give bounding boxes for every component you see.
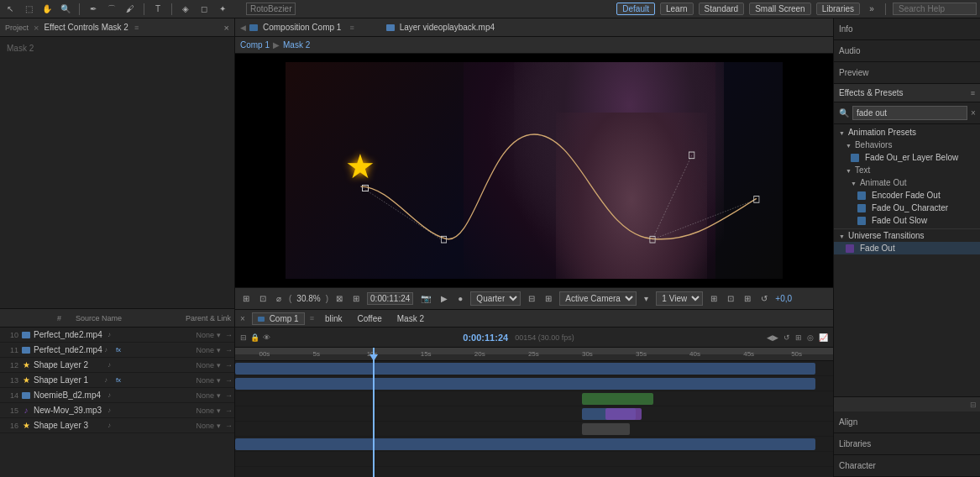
workspace-smallscreen[interactable]: Small Screen (749, 3, 810, 15)
text-folder[interactable]: Text (834, 164, 980, 176)
playhead-tip (369, 354, 378, 361)
track-area[interactable]: 00s 5s 10s 15s 20s 25s 30s 35s 40s 45s 5… (235, 348, 833, 477)
loop-btn[interactable]: ↺ (783, 333, 790, 342)
region-btn[interactable]: ⊞ (542, 294, 554, 303)
playhead[interactable] (373, 348, 375, 477)
toggle-safe-btn[interactable]: ⊡ (257, 294, 269, 303)
table-row[interactable]: 13 ★ Shape Layer 1 ♪ fx None ▾ → (0, 373, 234, 388)
fade-outer-layer-item[interactable]: Fade Ou_er Layer Below (834, 151, 980, 164)
preset-icon-4 (857, 217, 866, 225)
parent-arrow-15: → (225, 406, 233, 415)
character-title[interactable]: Character (839, 459, 975, 473)
effect-controls-content: Mask 2 (0, 37, 234, 308)
timeline-body: 00s 5s 10s 15s 20s 25s 30s 35s 40s 45s 5… (235, 348, 833, 477)
workspace-default[interactable]: Default (616, 3, 655, 15)
animate-out-folder[interactable]: Animate Out (834, 176, 980, 189)
chart-btn[interactable]: 📈 (819, 333, 828, 342)
encoder-fade-out-item[interactable]: Encoder Fade Out (834, 189, 980, 202)
breadcrumb-comp1[interactable]: Comp 1 (240, 40, 270, 50)
tab-blink[interactable]: blink (319, 312, 349, 325)
music-icon-12: ♪ (107, 361, 118, 369)
color-btn[interactable]: ● (455, 294, 465, 303)
animation-presets-folder[interactable]: Animation Presets (834, 126, 980, 139)
snap-btn[interactable]: ⊞ (350, 294, 362, 303)
close-timeline-btn[interactable]: × (240, 314, 245, 323)
fade-out-universe-item[interactable]: Fade Out (834, 242, 980, 254)
brush-tool-icon[interactable]: 🖌 (123, 3, 137, 16)
roto-tool-icon[interactable]: ⌒ (105, 3, 118, 16)
stamp-tool-icon[interactable]: ◈ (179, 3, 192, 16)
res-icon[interactable]: ⊟ (526, 294, 537, 303)
fx-badge-13: fx (116, 376, 121, 384)
fit-zoom-btn[interactable]: ⊠ (333, 294, 345, 303)
hide-vid-btn[interactable]: 👁 (263, 333, 270, 342)
table-row[interactable]: 12 ★ Shape Layer 2 ♪ None ▾ → (0, 358, 234, 373)
puppet-tool-icon[interactable]: ✦ (216, 3, 229, 16)
zoom-tool-icon[interactable]: 🔍 (59, 3, 72, 16)
lock-btn[interactable]: 🔒 (250, 333, 259, 342)
behaviors-folder[interactable]: Behaviors (834, 139, 980, 151)
table-row[interactable]: 10 Perfect_nde2.mp4 ♪ None ▾ → (0, 328, 234, 343)
select-tool-icon[interactable]: ⬚ (22, 3, 35, 16)
tab-comp1[interactable]: Comp 1 (252, 312, 305, 325)
workspace-libraries[interactable]: Libraries (816, 3, 860, 15)
quality-select[interactable]: Quarter (470, 291, 521, 306)
offset-value: +0,0 (775, 294, 792, 303)
toggle-mask-btn[interactable]: ⌀ (274, 294, 284, 303)
hamburger-icon[interactable]: ≡ (134, 24, 139, 32)
close-panel-btn[interactable]: × (224, 23, 229, 33)
table-row[interactable]: 16 ★ Shape Layer 3 ♪ None ▾ → (0, 418, 234, 433)
parent-10: None ▾ (191, 331, 225, 339)
search-input[interactable] (893, 3, 977, 15)
fade-out-slow-item[interactable]: Fade Out Slow (834, 214, 980, 227)
audio-title[interactable]: Audio (839, 44, 975, 58)
libraries-title[interactable]: Libraries (839, 437, 975, 451)
rotobezier-btn[interactable]: RotoBezier (246, 3, 296, 15)
workspace-more-icon[interactable]: » (865, 3, 878, 16)
toggle-grid-btn[interactable]: ⊞ (240, 294, 252, 303)
text-tool-icon[interactable]: T (151, 3, 165, 16)
alpha-btn[interactable]: ⊞ (742, 294, 753, 303)
mode-btn[interactable]: ⊞ (795, 333, 802, 342)
render-btn[interactable]: ⊡ (725, 294, 736, 303)
workspace-learn[interactable]: Learn (660, 3, 694, 15)
pen-tool-icon[interactable]: ✒ (86, 3, 100, 16)
comp-hamburger[interactable]: ≡ (349, 24, 354, 32)
fade-out-character-item[interactable]: Fade Ou_ Character (834, 202, 980, 214)
view-options-btn[interactable]: ▾ (642, 294, 651, 303)
playback-btn[interactable]: ▶ (438, 294, 450, 303)
clear-search-btn[interactable]: × (971, 108, 976, 118)
libraries-section: Libraries (834, 433, 980, 455)
universe-transitions-folder[interactable]: Universe Transitions (834, 228, 980, 242)
hide-shy-btn[interactable]: ⊟ (240, 333, 247, 342)
viewer-options-btn[interactable]: ⊞ (708, 294, 720, 303)
comp-controls-btn[interactable]: ◀▶ (767, 333, 778, 342)
music-icon-14: ♪ (107, 391, 118, 399)
align-title[interactable]: Align (839, 415, 975, 429)
tab-mask2[interactable]: Mask 2 (391, 312, 430, 325)
effects-hamburger[interactable]: ≡ (971, 89, 975, 97)
info-title[interactable]: Info (839, 22, 975, 36)
svg-rect-1 (689, 152, 694, 159)
eraser-tool-icon[interactable]: ◻ (197, 3, 211, 16)
parent-arrow-13: → (225, 376, 233, 385)
camera-snap-btn[interactable]: 📷 (418, 294, 433, 303)
reset-btn[interactable]: ↺ (758, 294, 770, 303)
workspace-standard[interactable]: Standard (699, 3, 745, 15)
tab-coffee[interactable]: Coffee (351, 312, 387, 325)
table-row[interactable]: 11 Perfect_nde2.mp4 ♪ fx None ▾ → (0, 343, 234, 358)
hand-tool-icon[interactable]: ✋ (40, 3, 54, 16)
arrow-tool-icon[interactable]: ↖ (3, 3, 17, 16)
preview-title[interactable]: Preview (839, 66, 975, 80)
camera-select[interactable]: Active Camera (559, 291, 637, 306)
table-row[interactable]: 15 ♪ New-Mov_39.mp3 ♪ None ▾ → (0, 403, 234, 418)
parent-col: Parent & Link (181, 314, 231, 322)
effects-search-input[interactable] (852, 106, 967, 120)
motion-blur-btn[interactable]: ◎ (807, 333, 814, 342)
comp-menu-icon[interactable]: ◀ (240, 24, 246, 32)
effect-controls-title: Effect Controls Mask 2 (44, 23, 128, 32)
breadcrumb-mask2[interactable]: Mask 2 (283, 40, 310, 50)
parent-13: None ▾ (191, 376, 225, 385)
view-count-select[interactable]: 1 View (656, 291, 703, 306)
table-row[interactable]: 14 NoemieB_d2.mp4 ♪ None ▾ → (0, 388, 234, 403)
